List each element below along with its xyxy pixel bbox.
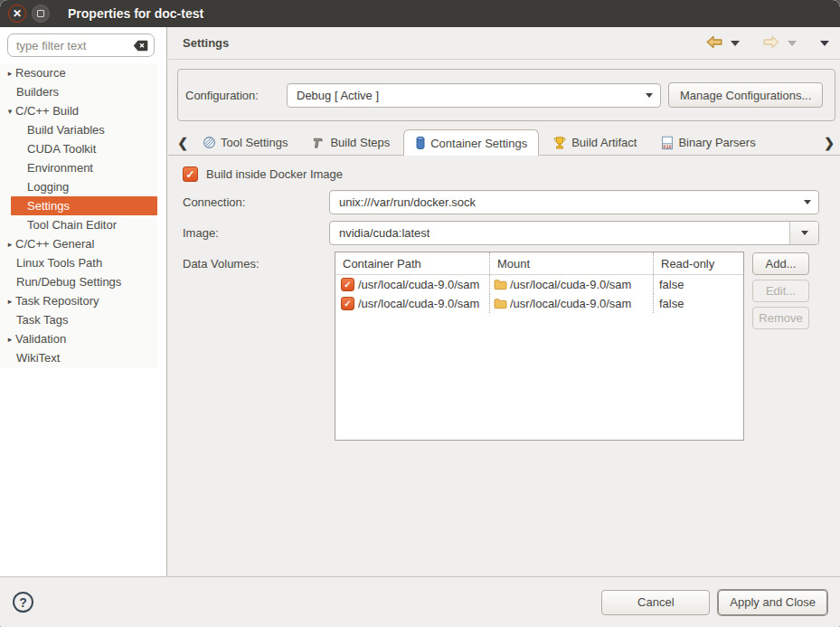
remove-volume-button[interactable]: Remove — [752, 307, 809, 329]
sidebar: ▸Resource Builders ▾C/C++ Build Build Va… — [0, 27, 167, 576]
connection-select[interactable]: unix:///var/run/docker.sock — [329, 190, 819, 214]
container-icon — [415, 136, 426, 150]
forward-arrow-icon[interactable] — [763, 35, 779, 52]
connection-label: Connection: — [183, 195, 245, 209]
tree-item-wikitext[interactable]: WikiText — [0, 348, 157, 367]
tool-settings-icon — [203, 136, 216, 149]
build-inside-docker-label: Build inside Docker Image — [206, 167, 343, 181]
tree-item-cuda-toolkit[interactable]: CUDA Toolkit — [0, 139, 157, 158]
properties-dialog: ✕ Properties for doc-test ▸Resource Buil… — [0, 0, 840, 627]
window-title: Properties for doc-test — [68, 6, 203, 21]
table-row[interactable]: ✓ /usr/local/cuda-9.0/sam /usr/local/cud… — [335, 275, 743, 294]
image-dropdown-button[interactable] — [789, 222, 818, 244]
tab-binary-parsers[interactable]: 010 Binary Parsers — [650, 130, 766, 155]
tree-item-validation[interactable]: ▸Validation — [0, 329, 157, 348]
configuration-label: Configuration: — [185, 89, 287, 102]
chevron-down-icon — [646, 93, 653, 98]
help-icon[interactable]: ? — [13, 592, 33, 613]
tree-item-cpp-general[interactable]: ▸C/C++ General — [0, 234, 157, 253]
trophy-icon — [552, 136, 567, 150]
tab-tool-settings[interactable]: Tool Settings — [192, 130, 298, 155]
tree-item-run-debug-settings[interactable]: Run/Debug Settings — [0, 272, 157, 291]
page-title: Settings — [183, 36, 229, 50]
tree-item-task-repository[interactable]: ▸Task Repository — [0, 291, 157, 310]
dialog-footer: ? Cancel Apply and Close — [0, 576, 840, 627]
chevron-down-icon — [804, 200, 811, 204]
tree-item-linux-tools-path[interactable]: Linux Tools Path — [0, 253, 157, 272]
configuration-group: Configuration: Debug [ Active ] Manage C… — [177, 69, 835, 121]
tab-build-artifact[interactable]: Build Artifact — [542, 130, 647, 155]
collapse-arrow-icon[interactable]: ▸ — [5, 69, 15, 78]
tree-item-resource[interactable]: ▸Resource — [0, 63, 157, 82]
maximize-button[interactable] — [32, 5, 50, 23]
manage-configurations-button[interactable]: Manage Configurations... — [668, 82, 823, 108]
back-history-dropdown-icon[interactable] — [731, 41, 740, 46]
image-label: Image: — [183, 226, 219, 240]
tabs-scroll-right-icon[interactable]: ❯ — [820, 136, 838, 150]
image-combo[interactable]: nvidia/cuda:latest — [329, 221, 819, 245]
category-tree: ▸Resource Builders ▾C/C++ Build Build Va… — [0, 63, 157, 368]
forward-history-dropdown-icon[interactable] — [788, 41, 797, 46]
add-volume-button[interactable]: Add... — [752, 252, 809, 275]
tabs-scroll-left-icon[interactable]: ❮ — [174, 136, 192, 150]
tab-container-settings[interactable]: Container Settings — [403, 129, 539, 156]
tree-item-tool-chain-editor[interactable]: Tool Chain Editor — [0, 215, 157, 234]
column-mount[interactable]: Mount — [490, 252, 654, 274]
hammer-icon — [312, 136, 326, 149]
tree-item-builders[interactable]: Builders — [0, 82, 157, 101]
tab-build-steps[interactable]: Build Steps — [301, 130, 401, 155]
tree-item-environment[interactable]: Environment — [0, 158, 157, 177]
dialog-body: ▸Resource Builders ▾C/C++ Build Build Va… — [0, 27, 840, 576]
column-read-only[interactable]: Read-only — [654, 252, 743, 274]
back-arrow-icon[interactable] — [706, 35, 722, 52]
main-panel: Settings — [168, 27, 840, 576]
volume-checkbox[interactable]: ✓ — [341, 297, 354, 310]
table-row[interactable]: ✓ /usr/local/cuda-9.0/sam /usr/local/cud… — [335, 294, 743, 313]
build-inside-docker-checkbox[interactable]: ✓ — [183, 166, 198, 182]
edit-volume-button[interactable]: Edit... — [752, 280, 809, 302]
binary-file-icon: 010 — [661, 136, 674, 150]
collapse-arrow-icon[interactable]: ▸ — [5, 297, 15, 306]
data-volumes-label: Data Volumes: — [183, 257, 260, 271]
close-button[interactable]: ✕ — [8, 5, 26, 23]
tree-item-cpp-build[interactable]: ▾C/C++ Build — [0, 101, 157, 120]
volume-checkbox[interactable]: ✓ — [341, 278, 354, 291]
column-container-path[interactable]: Container Path — [335, 252, 490, 274]
collapse-arrow-icon[interactable]: ▸ — [5, 335, 15, 344]
tab-bar: ❮ Tool Settings — [168, 130, 840, 156]
cancel-button[interactable]: Cancel — [601, 590, 710, 615]
data-volumes-table: Container Path Mount Read-only ✓ /usr/lo… — [335, 252, 744, 441]
collapse-arrow-icon[interactable]: ▸ — [5, 240, 15, 249]
configuration-select[interactable]: Debug [ Active ] — [287, 83, 661, 108]
tree-item-task-tags[interactable]: Task Tags — [0, 310, 157, 329]
titlebar: ✕ Properties for doc-test — [0, 0, 840, 27]
chevron-down-icon — [801, 231, 808, 235]
tree-item-logging[interactable]: Logging — [0, 177, 157, 196]
container-settings-panel: ✓ Build inside Docker Image Connection: … — [168, 156, 840, 576]
clear-filter-icon[interactable] — [133, 40, 148, 52]
page-header: Settings — [168, 27, 840, 60]
folder-icon — [494, 298, 507, 309]
folder-icon — [494, 279, 507, 290]
table-header: Container Path Mount Read-only — [335, 252, 743, 275]
tree-item-settings[interactable]: Settings — [11, 196, 157, 215]
svg-text:010: 010 — [664, 143, 672, 148]
tree-item-build-variables[interactable]: Build Variables — [0, 120, 157, 139]
view-menu-icon[interactable] — [820, 41, 829, 46]
expand-arrow-icon[interactable]: ▾ — [5, 107, 15, 116]
apply-and-close-button[interactable]: Apply and Close — [718, 590, 827, 615]
